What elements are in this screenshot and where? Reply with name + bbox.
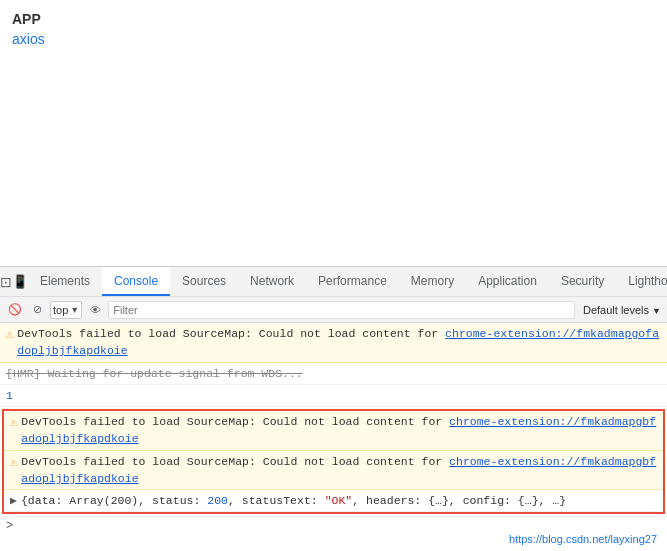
console-warning-3: ⚠ DevTools failed to load SourceMap: Cou… (4, 451, 663, 491)
tab-security[interactable]: Security (549, 267, 616, 296)
context-label: top (53, 304, 68, 316)
warning-text-3: DevTools failed to load SourceMap: Could… (21, 453, 657, 488)
app-area: APP axios (0, 0, 667, 270)
devtools-tabs: ⊡ 📱 Elements Console Sources Network Per… (0, 267, 667, 297)
console-number-line: 1 (0, 385, 667, 407)
filter-icon[interactable]: ⊘ (28, 301, 46, 319)
app-subtitle: axios (12, 30, 655, 50)
tab-console[interactable]: Console (102, 267, 170, 296)
warning-link-1[interactable]: chrome-extension://fmkadmapgofadopljbjfk… (17, 327, 659, 357)
console-hmr-line: [HMR] Waiting for update signal from WDS… (0, 363, 667, 385)
warning-icon-3: ⚠ (10, 454, 17, 472)
tab-elements[interactable]: Elements (28, 267, 102, 296)
tab-lighthouse[interactable]: Lighthouse (616, 267, 667, 296)
warning-text-1: DevTools failed to load SourceMap: Could… (17, 325, 661, 360)
filter-input[interactable] (108, 301, 575, 319)
tab-memory[interactable]: Memory (399, 267, 466, 296)
watermark: https://blog.csdn.net/layxing27 (509, 533, 657, 545)
warning-link-3[interactable]: chrome-extension://fmkadmapg (449, 455, 642, 468)
warning-text-2: DevTools failed to load SourceMap: Could… (21, 413, 657, 448)
inspect-icon[interactable]: ⊡ (0, 271, 12, 293)
console-output: ⚠ DevTools failed to load SourceMap: Cou… (0, 323, 667, 551)
tab-sources[interactable]: Sources (170, 267, 238, 296)
device-icon[interactable]: 📱 (12, 271, 28, 293)
tab-application[interactable]: Application (466, 267, 549, 296)
console-warning-2: ⚠ DevTools failed to load SourceMap: Cou… (4, 411, 663, 451)
object-text: {data: Array(200), status: 200, statusTe… (21, 492, 657, 509)
console-warning-1: ⚠ DevTools failed to load SourceMap: Cou… (0, 323, 667, 363)
console-object-line: ▶ {data: Array(200), status: 200, status… (4, 490, 663, 512)
devtools-panel: ⊡ 📱 Elements Console Sources Network Per… (0, 266, 667, 551)
expand-arrow-icon[interactable]: ▶ (10, 492, 17, 509)
clear-console-icon[interactable]: 🚫 (6, 301, 24, 319)
number-value: 1 (6, 387, 661, 404)
highlighted-section: ⚠ DevTools failed to load SourceMap: Cou… (2, 409, 665, 514)
tab-performance[interactable]: Performance (306, 267, 399, 296)
tab-network[interactable]: Network (238, 267, 306, 296)
warning-link-2[interactable]: chrome-extension://fmkadmapg (449, 415, 642, 428)
hmr-text: [HMR] Waiting for update signal from WDS… (6, 365, 661, 382)
app-title: APP (12, 8, 655, 30)
eye-icon[interactable]: 👁 (86, 301, 104, 319)
warning-icon-2: ⚠ (10, 414, 17, 432)
console-toolbar: 🚫 ⊘ top ▼ 👁 Default levels ▼ (0, 297, 667, 323)
default-levels-label: Default levels ▼ (583, 304, 661, 316)
prompt-symbol: > (6, 519, 13, 533)
warning-icon-1: ⚠ (6, 326, 13, 344)
